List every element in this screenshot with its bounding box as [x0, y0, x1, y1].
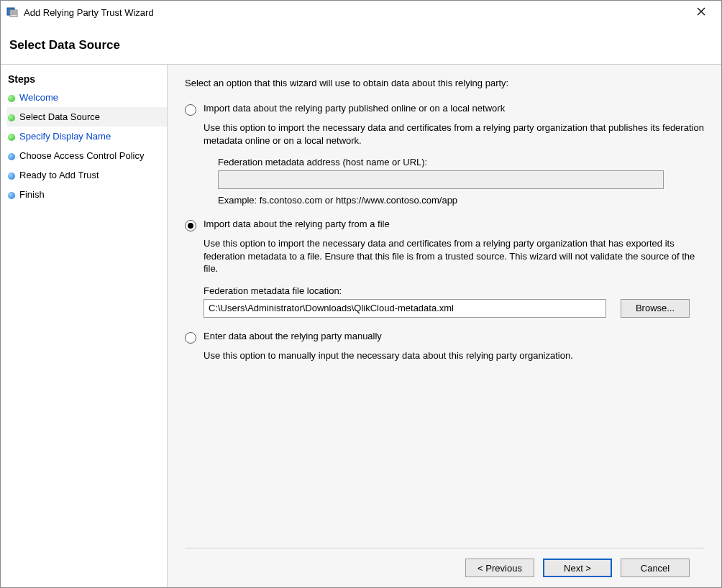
bullet-icon	[8, 192, 15, 199]
intro-text: Select an option that this wizard will u…	[185, 78, 704, 88]
page-title: Select Data Source	[1, 24, 721, 64]
step-specify-display-name[interactable]: Specify Display Name	[6, 127, 167, 146]
metadata-url-label: Federation metadata address (host name o…	[218, 157, 704, 167]
titlebar: Add Relying Party Trust Wizard	[1, 1, 721, 24]
option-import-file[interactable]: Import data about the relying party from…	[185, 219, 704, 231]
content-scroll: Select an option that this wizard will u…	[185, 76, 704, 548]
metadata-file-label: Federation metadata file location:	[204, 285, 704, 296]
window-title: Add Relying Party Trust Wizard	[24, 7, 687, 18]
bullet-icon	[8, 114, 15, 121]
next-button[interactable]: Next >	[543, 559, 612, 577]
option-import-online[interactable]: Import data about the relying party publ…	[185, 103, 704, 116]
browse-button[interactable]: Browse...	[621, 299, 690, 318]
option-manual[interactable]: Enter data about the relying party manua…	[185, 331, 704, 344]
bullet-icon	[8, 153, 15, 160]
step-finish[interactable]: Finish	[6, 185, 167, 204]
steps-sidebar: Steps Welcome Select Data Source Specify…	[1, 65, 168, 587]
wizard-window: Add Relying Party Trust Wizard Select Da…	[0, 0, 722, 588]
option-label: Import data about the relying party from…	[204, 219, 390, 229]
wizard-body: Steps Welcome Select Data Source Specify…	[1, 64, 721, 587]
close-icon	[697, 7, 705, 16]
close-button[interactable]	[687, 7, 716, 18]
app-icon	[6, 6, 18, 18]
step-label: Select Data Source	[19, 111, 100, 122]
radio-manual[interactable]	[185, 332, 196, 344]
radio-import-online[interactable]	[185, 104, 196, 116]
cancel-button[interactable]: Cancel	[621, 559, 690, 577]
step-ready-to-add-trust[interactable]: Ready to Add Trust	[6, 165, 167, 185]
content-pane: Select an option that this wizard will u…	[168, 65, 721, 587]
option-import-online-desc: Use this option to import the necessary …	[204, 121, 704, 147]
option-label: Import data about the relying party publ…	[204, 103, 505, 114]
step-select-data-source[interactable]: Select Data Source	[6, 107, 167, 127]
metadata-file-input[interactable]	[204, 299, 606, 318]
step-welcome[interactable]: Welcome	[6, 88, 167, 107]
step-label: Welcome	[19, 92, 58, 103]
option-label: Enter data about the relying party manua…	[204, 331, 382, 341]
radio-import-file[interactable]	[185, 220, 196, 231]
metadata-file-row: Browse...	[204, 299, 704, 318]
previous-button[interactable]: < Previous	[465, 559, 534, 577]
metadata-url-example: Example: fs.contoso.com or https://www.c…	[218, 195, 704, 206]
step-choose-access-control-policy[interactable]: Choose Access Control Policy	[6, 146, 167, 165]
metadata-url-input	[218, 170, 664, 189]
option-manual-desc: Use this option to manually input the ne…	[204, 349, 704, 362]
step-label: Choose Access Control Policy	[19, 150, 144, 161]
bullet-icon	[8, 173, 15, 180]
wizard-footer: < Previous Next > Cancel	[185, 548, 704, 587]
option-import-file-desc: Use this option to import the necessary …	[204, 237, 704, 275]
bullet-icon	[8, 95, 15, 102]
steps-heading: Steps	[6, 70, 167, 88]
step-label: Finish	[19, 189, 45, 200]
step-label: Ready to Add Trust	[19, 170, 99, 180]
bullet-icon	[8, 134, 15, 141]
step-label: Specify Display Name	[19, 131, 111, 142]
